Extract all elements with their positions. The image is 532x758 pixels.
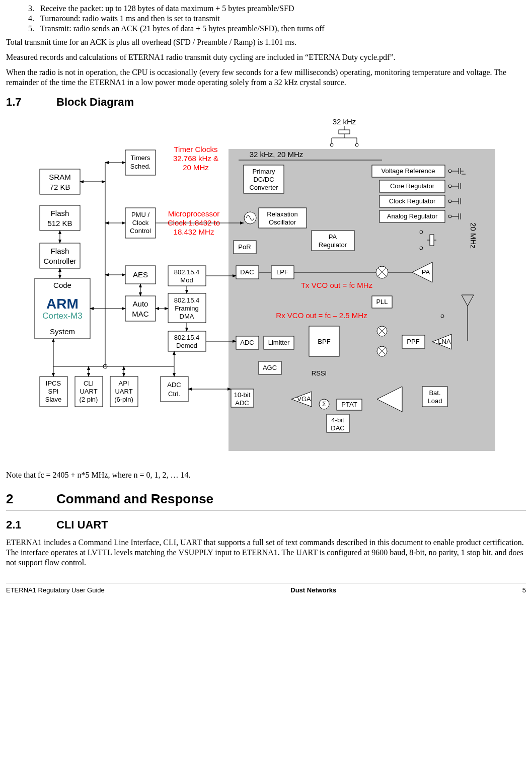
svg-text:CLI: CLI (83, 380, 93, 387)
svg-text:PA: PA (328, 233, 337, 241)
list-item: Receive the packet: up to 128 bytes of d… (36, 4, 526, 13)
svg-text:Mod: Mod (180, 276, 193, 284)
svg-text:Sched.: Sched. (130, 163, 150, 170)
svg-text:Clock: Clock (132, 219, 148, 226)
svg-text:SPI: SPI (48, 388, 58, 395)
heading-2: 2Command and Response (6, 491, 526, 510)
paragraph: ETERNA1 includes a Command Line Interfac… (6, 538, 526, 568)
svg-text:Slave: Slave (45, 396, 61, 403)
svg-rect-80 (430, 235, 434, 246)
svg-text:802.15.4: 802.15.4 (174, 268, 199, 276)
label-rssi: RSSI (311, 369, 326, 377)
label-32khz: 32 kHz (332, 117, 356, 126)
svg-text:BPF: BPF (318, 338, 330, 345)
label-timer-clocks: Timer Clocks (174, 145, 217, 154)
svg-text:Clock Regulator: Clock Regulator (389, 197, 435, 205)
svg-text:Σ: Σ (322, 400, 326, 408)
block-adc-ctrl (161, 376, 188, 402)
footer-center: Dust Networks (290, 586, 336, 594)
svg-text:802.15.4: 802.15.4 (174, 296, 199, 304)
svg-text:SRAM: SRAM (49, 173, 70, 181)
svg-text:512 KB: 512 KB (47, 219, 72, 228)
svg-text:Oscillator: Oscillator (268, 218, 296, 226)
heading-number: 1.7 (6, 96, 56, 109)
svg-rect-1 (339, 130, 350, 134)
svg-text:DAC: DAC (240, 268, 254, 276)
svg-text:Cortex-M3: Cortex-M3 (42, 311, 82, 321)
svg-text:ARM: ARM (46, 296, 79, 312)
heading-number: 2 (6, 491, 56, 507)
svg-text:API: API (118, 380, 129, 387)
svg-text:VGA: VGA (297, 395, 311, 403)
svg-text:32.768 kHz &: 32.768 kHz & (173, 154, 218, 163)
svg-text:Core Regulator: Core Regulator (390, 182, 434, 190)
svg-text:DMA: DMA (179, 313, 194, 320)
svg-text:UART: UART (115, 388, 132, 395)
svg-text:Code: Code (53, 281, 71, 289)
svg-text:MAC: MAC (132, 310, 149, 318)
svg-text:DAC: DAC (331, 424, 344, 432)
svg-text:Control: Control (130, 227, 151, 235)
svg-text:PTAT: PTAT (341, 401, 357, 408)
crystal-32khz-icon (330, 126, 358, 146)
svg-text:PA: PA (421, 268, 430, 276)
label-20mhz: 20 MHz (469, 222, 478, 249)
svg-text:Demod: Demod (176, 342, 197, 349)
footer-left: ETERNA1 Regulatory User Guide (6, 586, 105, 594)
svg-text:ADC: ADC (235, 399, 249, 407)
svg-point-6 (355, 143, 358, 146)
label-clocks: 32 kHz, 20 MHz (249, 150, 303, 159)
svg-text:Regulator: Regulator (318, 241, 347, 249)
svg-text:IPCS: IPCS (45, 380, 61, 387)
svg-text:Auto: Auto (132, 299, 148, 308)
svg-text:(6-pin): (6-pin) (114, 396, 133, 403)
page-footer: ETERNA1 Regulatory User Guide Dust Netwo… (6, 583, 526, 594)
svg-text:UART: UART (80, 388, 97, 395)
svg-text:Flash: Flash (50, 247, 69, 255)
svg-text:System: System (49, 327, 74, 336)
svg-point-5 (330, 143, 333, 146)
svg-text:Primary: Primary (252, 168, 275, 175)
heading-number: 2.1 (6, 518, 56, 532)
numbered-list: Receive the packet: up to 128 bytes of d… (6, 4, 526, 33)
list-item: Turnaround: radio waits 1 ms and then is… (36, 14, 526, 23)
svg-text:4-bit: 4-bit (331, 416, 344, 424)
svg-text:Framing: Framing (175, 305, 199, 312)
svg-text:20 MHz: 20 MHz (183, 163, 209, 172)
heading-1-7: 1.7Block Diagram (6, 96, 526, 109)
svg-text:Relaxation: Relaxation (267, 210, 297, 218)
paragraph-note: Note that fc = 2405 + n*5 MHz, where n =… (6, 470, 526, 480)
svg-text:Analog Regulator: Analog Regulator (387, 212, 437, 220)
svg-text:PPF: PPF (407, 338, 419, 345)
svg-text:Flash: Flash (50, 209, 69, 217)
svg-text:ADC: ADC (167, 381, 181, 389)
paragraph: Measured records and calculations of ETE… (6, 52, 526, 62)
svg-text:Clock 1.8432 to: Clock 1.8432 to (167, 218, 219, 227)
label-tx-vco: Tx VCO out = fc MHz (300, 281, 372, 289)
paragraph: When the radio is not in operation, the … (6, 67, 526, 88)
svg-text:PoR: PoR (238, 243, 251, 251)
svg-text:LPF: LPF (276, 268, 288, 276)
footer-page-number: 5 (522, 586, 526, 594)
heading-text: Block Diagram (56, 96, 134, 108)
svg-text:Load: Load (427, 397, 442, 405)
label-rx-vco: Rx VCO out = fc – 2.5 MHz (276, 311, 367, 320)
svg-text:Controller: Controller (43, 257, 76, 265)
heading-text: Command and Response (56, 491, 213, 506)
svg-text:Ctrl.: Ctrl. (168, 390, 180, 398)
paragraph: Total transmit time for an ACK is plus a… (6, 37, 526, 47)
svg-text:18.432 MHz: 18.432 MHz (173, 228, 214, 236)
svg-text:ADC: ADC (240, 339, 254, 346)
svg-text:PMU /: PMU / (131, 211, 149, 218)
svg-text:802.15.4: 802.15.4 (174, 334, 199, 341)
svg-text:Bat.: Bat. (429, 389, 440, 397)
svg-text:Voltage Reference: Voltage Reference (381, 167, 435, 175)
svg-text:LNA: LNA (438, 338, 451, 345)
svg-text:PLL: PLL (376, 298, 388, 306)
svg-text:72 KB: 72 KB (49, 183, 70, 191)
svg-text:Limitter: Limitter (268, 339, 289, 346)
heading-2-1: 2.1CLI UART (6, 518, 526, 532)
list-item: Transmit: radio sends an ACK (21 bytes o… (36, 24, 526, 33)
svg-text:AGC: AGC (262, 364, 276, 371)
svg-text:10-bit: 10-bit (234, 391, 250, 399)
